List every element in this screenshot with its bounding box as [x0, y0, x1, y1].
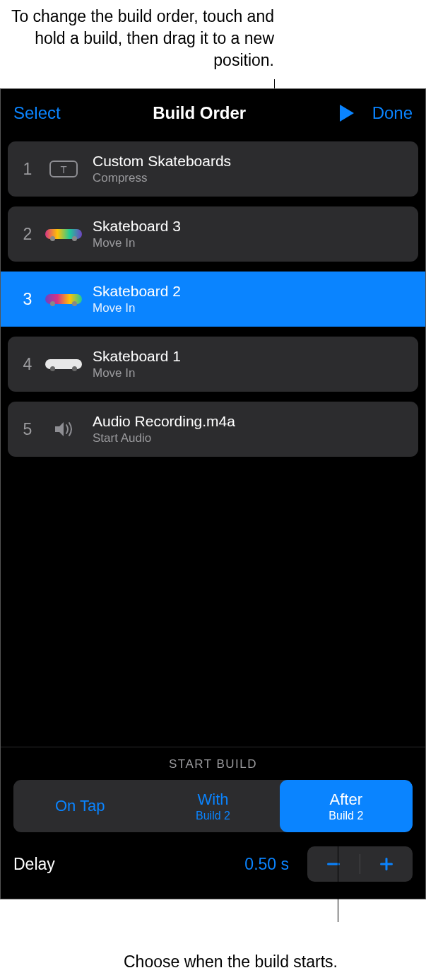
- build-number: 3: [15, 290, 40, 309]
- build-list: 1 T Custom Skateboards Compress 2 Skateb…: [1, 137, 425, 747]
- build-row[interactable]: 5 Audio Recording.m4a Start Audio: [8, 402, 418, 457]
- build-row[interactable]: 4 Skateboard 1 Move In: [8, 337, 418, 392]
- build-number: 2: [15, 225, 40, 244]
- build-title: Skateboard 1: [93, 348, 181, 365]
- build-effect: Move In: [93, 236, 181, 250]
- start-build-label: START BUILD: [13, 757, 413, 771]
- build-effect: Move In: [93, 366, 181, 380]
- build-number: 5: [15, 420, 40, 439]
- header: Select Build Order Done: [1, 89, 425, 137]
- build-number: 4: [15, 355, 40, 374]
- panel-title: Build Order: [153, 103, 246, 123]
- callout-bottom: Choose when the build starts.: [0, 951, 426, 973]
- start-after-button[interactable]: After Build 2: [280, 780, 413, 832]
- delay-stepper: [307, 846, 413, 882]
- callout-top: To change the build order, touch and hol…: [0, 6, 426, 71]
- build-title: Custom Skateboards: [93, 153, 231, 170]
- build-order-panel: Select Build Order Done 1 T Custom Skate…: [0, 88, 426, 899]
- start-with-button[interactable]: With Build 2: [146, 780, 279, 832]
- callout-line-bottom: [338, 843, 338, 922]
- minus-icon: [324, 855, 343, 873]
- start-on-tap-button[interactable]: On Tap: [13, 780, 146, 832]
- build-effect: Move In: [93, 301, 181, 315]
- build-effect: Compress: [93, 171, 231, 185]
- start-build-panel: START BUILD On Tap With Build 2 After Bu…: [1, 747, 425, 899]
- svg-text:T: T: [60, 163, 66, 175]
- audio-icon: [43, 415, 84, 443]
- build-title: Skateboard 3: [93, 218, 181, 235]
- delay-decrement-button[interactable]: [307, 846, 360, 882]
- delay-increment-button[interactable]: [360, 846, 413, 882]
- play-icon[interactable]: [338, 104, 355, 122]
- done-button[interactable]: Done: [372, 103, 413, 123]
- build-row[interactable]: 2 Skateboard 3 Move In: [8, 206, 418, 262]
- delay-row: Delay 0.50 s: [13, 846, 413, 882]
- select-button[interactable]: Select: [13, 103, 61, 123]
- delay-label: Delay: [13, 855, 55, 874]
- delay-value: 0.50 s: [244, 855, 289, 874]
- skateboard-thumb-icon: [43, 220, 84, 248]
- skateboard-thumb-icon: [43, 285, 84, 313]
- skateboard-thumb-icon: [43, 350, 84, 378]
- build-row-selected[interactable]: 3 Skateboard 2 Move In: [1, 272, 425, 327]
- svg-rect-4: [386, 858, 388, 870]
- build-title: Skateboard 2: [93, 283, 181, 300]
- start-build-segmented: On Tap With Build 2 After Build 2: [13, 780, 413, 832]
- build-effect: Start Audio: [93, 431, 235, 445]
- plus-icon: [377, 855, 396, 873]
- build-row[interactable]: 1 T Custom Skateboards Compress: [8, 141, 418, 197]
- build-number: 1: [15, 160, 40, 179]
- build-title: Audio Recording.m4a: [93, 413, 235, 430]
- text-box-icon: T: [43, 155, 84, 183]
